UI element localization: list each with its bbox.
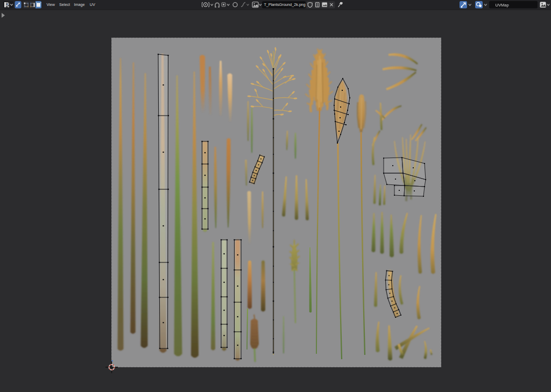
svg-text:UVMap: UVMap <box>496 3 509 8</box>
svg-text:UV: UV <box>90 2 95 7</box>
svg-text:Image: Image <box>74 2 85 7</box>
svg-text:View: View <box>46 2 55 7</box>
svg-text:Select: Select <box>59 2 70 7</box>
svg-text:T_PlantsGround_2k.png: T_PlantsGround_2k.png <box>264 2 306 7</box>
